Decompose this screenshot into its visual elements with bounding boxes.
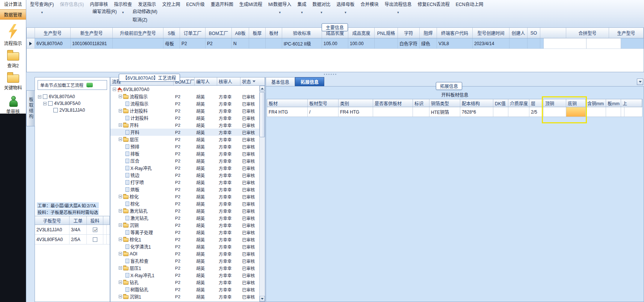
grid-cell[interactable] xyxy=(266,38,282,49)
dropdown-caret-icon[interactable]: ▾ xyxy=(301,11,303,14)
process-node[interactable]: 激光钻孔 xyxy=(110,208,174,214)
column-header[interactable]: 阻焊 xyxy=(420,28,437,38)
process-tree-row[interactable]: 6V3L8070A0 xyxy=(110,86,259,93)
tree-expander-icon[interactable] xyxy=(119,95,122,98)
process-node[interactable]: 棕化1 xyxy=(110,236,174,243)
grid-cell[interactable]: V3L8 xyxy=(437,38,473,49)
column-header[interactable]: 类别 xyxy=(339,99,373,107)
process-node[interactable]: 层压 xyxy=(110,136,174,143)
column-header[interactable]: 是否客供板材 xyxy=(373,99,413,107)
grid-cell[interactable]: P2 xyxy=(180,38,206,49)
tree-expander-icon[interactable] xyxy=(113,88,116,91)
process-tree-row[interactable]: 流程指示P2胡英方幸幸已审核 xyxy=(110,100,259,107)
process-tree-row[interactable]: 流程指示P2胡英方幸幸已审核 xyxy=(110,93,259,100)
horizontal-splitter[interactable] xyxy=(324,74,336,75)
tree-expander-icon[interactable] xyxy=(119,209,122,212)
process-node[interactable]: 开料 xyxy=(110,122,174,128)
detail-cell[interactable] xyxy=(606,107,621,117)
grid-cell[interactable]: IPC-6012 II级 xyxy=(282,38,322,49)
toolbar-button[interactable]: ECN自动上网 xyxy=(453,0,486,8)
sidebar-item-数据管理[interactable]: 数据管理 xyxy=(0,9,26,20)
scrollbar-thumb[interactable] xyxy=(260,92,265,137)
process-node[interactable]: 树脂钻孔 xyxy=(110,286,174,293)
column-header[interactable]: AB板 xyxy=(232,28,249,38)
column-header[interactable]: 验收标准 xyxy=(282,28,322,38)
process-tree-row[interactable]: 打字喷P2胡英方幸幸已审核 xyxy=(110,179,259,186)
grid-cell[interactable]: 105.00 xyxy=(322,38,348,49)
process-tree-row[interactable]: 开料P2胡英方幸幸已审核 xyxy=(110,129,259,136)
grid-cell[interactable] xyxy=(509,38,528,49)
tab-basic-info[interactable]: 基本信息 xyxy=(266,77,295,86)
sidebar-item-关键物料[interactable]: 关键物料 xyxy=(0,69,26,91)
column-header[interactable]: 介质厚度 xyxy=(508,99,529,107)
dropdown-caret-icon[interactable]: ▾ xyxy=(397,11,399,14)
tree-expander-icon[interactable] xyxy=(43,102,47,105)
process-node[interactable]: X-Ray冲孔 xyxy=(110,165,174,171)
grid-cell[interactable] xyxy=(587,38,621,49)
column-header[interactable]: 层 xyxy=(529,99,544,107)
column-header[interactable]: 板mm xyxy=(606,99,621,107)
column-header[interactable]: 板材型号 xyxy=(308,99,339,107)
process-tree-row[interactable]: 层压P2胡英方幸幸已审核 xyxy=(110,136,259,143)
sidebar-item-设计算法[interactable]: 设计算法 xyxy=(0,0,26,8)
grid-cell[interactable]: 绿色 xyxy=(420,38,437,49)
sidebar-item-单审核[interactable]: 单审核 xyxy=(0,91,26,115)
row-selector[interactable] xyxy=(27,38,35,49)
tree-expander-icon[interactable] xyxy=(119,266,122,270)
tree-expander-icon[interactable] xyxy=(119,281,122,284)
process-scrollbar[interactable] xyxy=(259,86,265,302)
process-node[interactable]: 钻孔 xyxy=(110,279,174,285)
toolbar-button[interactable]: 导出流程信息▾ xyxy=(382,0,415,15)
process-node[interactable]: 开料 xyxy=(110,129,174,135)
feed-checkbox[interactable] xyxy=(93,228,97,232)
toolbar-button[interactable]: 选择母板▾ xyxy=(333,0,357,15)
process-node[interactable]: AOI xyxy=(110,251,174,256)
column-header[interactable]: 生产型号 xyxy=(609,28,644,38)
process-node[interactable]: 烘板 xyxy=(110,186,174,193)
grid-cell[interactable]: 母板 xyxy=(163,38,180,49)
sidebar-item-流程指示[interactable]: 流程指示 xyxy=(0,21,26,47)
detail-cell[interactable] xyxy=(508,107,529,117)
detail-cell[interactable]: / xyxy=(308,107,339,117)
process-tree-row[interactable]: X-Ray冲孔P2胡英方幸幸已审核 xyxy=(110,164,259,171)
detail-cell[interactable]: FR4 HTG xyxy=(339,107,373,117)
detail-cell[interactable] xyxy=(621,107,624,117)
process-tree-row[interactable]: 计划投料P2胡英方幸幸已审核 xyxy=(110,114,259,121)
process-node[interactable]: 层压1 xyxy=(110,265,174,271)
column-header[interactable]: 成品宽度 xyxy=(348,28,375,38)
panel-dropdown-button[interactable] xyxy=(637,79,643,85)
process-node[interactable]: 计划投料 xyxy=(110,115,174,121)
detail-cell[interactable]: FR4 HTG xyxy=(267,107,308,117)
tree-expander-icon[interactable] xyxy=(38,95,41,99)
toolbar-button[interactable]: ECN升级 xyxy=(183,0,207,8)
column-header[interactable]: BOM工厂 xyxy=(206,28,232,38)
tree-checkbox[interactable] xyxy=(43,94,47,99)
sidebar-item-查询2[interactable]: 查询2 xyxy=(0,47,26,69)
process-node[interactable]: 计划投料 xyxy=(110,108,174,114)
column-header[interactable]: 子板型号 xyxy=(35,216,70,225)
column-header[interactable]: DK值 xyxy=(493,99,508,107)
tree-expander-icon[interactable] xyxy=(119,295,122,298)
process-node[interactable]: X-Ray冲孔1 xyxy=(110,272,174,278)
process-node[interactable]: 棕化 xyxy=(110,193,174,200)
process-tree-row[interactable]: 预排P2胡英方幸幸已审核 xyxy=(110,143,259,150)
column-header[interactable]: 上 xyxy=(621,99,642,107)
grid-cell[interactable]: 6V3L8070A0 xyxy=(35,38,71,49)
tree-node[interactable]: 4V3L80F5A0 xyxy=(38,100,85,107)
detail-cell[interactable] xyxy=(493,107,508,117)
process-node[interactable]: 预排 xyxy=(110,143,174,150)
column-header[interactable]: 生产型号 xyxy=(35,28,71,38)
column-header[interactable]: 配本结构 xyxy=(460,99,493,107)
grid-cell[interactable] xyxy=(544,38,587,49)
grid-cell[interactable]: 10010600118281 xyxy=(71,38,113,49)
process-node[interactable]: 流程指示 xyxy=(110,93,174,100)
column-header[interactable]: 板材 xyxy=(267,99,308,107)
process-tree-row[interactable]: 激光钻孔P2胡英方幸幸已审核 xyxy=(110,214,259,222)
process-tree-row[interactable]: 排板P2胡英方幸幸已审核 xyxy=(110,150,259,157)
column-header[interactable]: S板 xyxy=(163,28,180,38)
process-tree-row[interactable]: 棕化P2胡英方幸幸已审核 xyxy=(110,193,259,200)
dropdown-caret-icon[interactable]: ▾ xyxy=(41,11,43,14)
column-header[interactable]: SO xyxy=(528,28,540,38)
column-header[interactable]: 标识 xyxy=(413,99,429,107)
column-header[interactable]: 新生产型号 xyxy=(71,28,113,38)
